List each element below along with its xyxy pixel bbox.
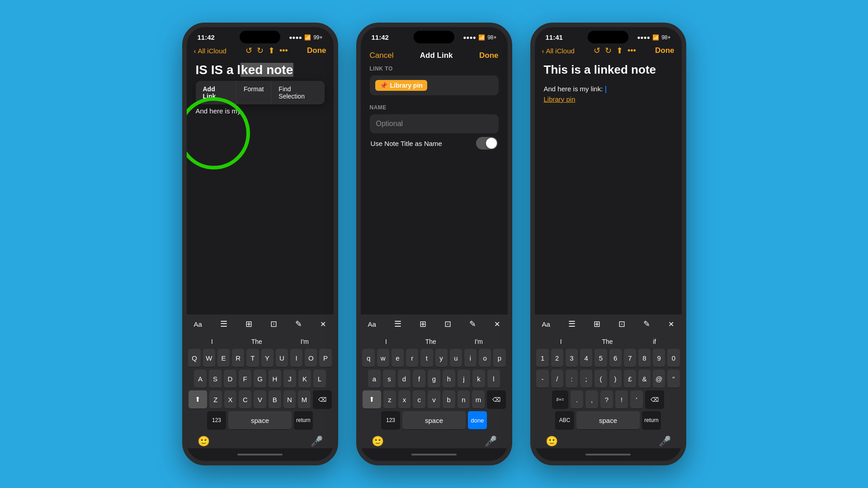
key-u[interactable]: u [450, 349, 462, 367]
key-g[interactable]: g [428, 370, 440, 388]
key-C[interactable]: C [239, 390, 251, 408]
nav-back-3[interactable]: ‹ All iCloud [542, 47, 575, 55]
key-slash[interactable]: / [551, 370, 563, 388]
key-return-3[interactable]: return [642, 411, 661, 429]
key-lparen[interactable]: ( [594, 370, 607, 388]
key-m[interactable]: m [472, 390, 485, 408]
key-G[interactable]: G [254, 370, 266, 388]
key-j[interactable]: j [458, 370, 470, 388]
signature-tool-2[interactable]: ✎ [469, 319, 476, 329]
key-9[interactable]: 9 [653, 349, 665, 367]
key-backspace-2[interactable]: ⌫ [487, 390, 506, 408]
find-selection-button[interactable]: Find Selection [271, 81, 324, 104]
nav-back-1[interactable]: ‹ All iCloud [194, 47, 226, 55]
library-pin-tag[interactable]: 📌 Library pin [375, 80, 427, 91]
key-colon[interactable]: : [566, 370, 578, 388]
emoji-icon-1[interactable]: 🙂 [198, 436, 210, 447]
key-v[interactable]: v [428, 390, 440, 408]
key-at[interactable]: @ [653, 370, 665, 388]
key-Y[interactable]: Y [261, 349, 274, 367]
key-a[interactable]: a [368, 370, 381, 388]
key-K[interactable]: K [298, 370, 311, 388]
cancel-button[interactable]: Cancel [370, 51, 394, 60]
note-link-3[interactable]: Library pin [544, 95, 576, 103]
emoji-icon-3[interactable]: 🙂 [546, 436, 558, 447]
key-r[interactable]: r [406, 349, 418, 367]
suggestion-i-1[interactable]: I [211, 338, 213, 345]
undo-icon-3[interactable]: ↺ [594, 46, 600, 56]
key-l[interactable]: l [487, 370, 500, 388]
redo-icon-1[interactable]: ↻ [257, 46, 264, 56]
key-backspace-3[interactable]: ⌫ [645, 390, 664, 408]
key-p[interactable]: p [493, 349, 505, 367]
key-3[interactable]: 3 [566, 349, 578, 367]
key-7[interactable]: 7 [624, 349, 636, 367]
link-to-field[interactable]: 📌 Library pin [370, 75, 499, 95]
key-quote[interactable]: " [667, 370, 679, 388]
key-P[interactable]: P [319, 349, 331, 367]
key-J[interactable]: J [283, 370, 296, 388]
list-tool[interactable]: ☰ [220, 319, 227, 329]
key-123-2[interactable]: 123 [381, 411, 400, 429]
key-b[interactable]: b [443, 390, 455, 408]
key-shift-1[interactable]: ⬆ [189, 390, 208, 408]
key-return-1[interactable]: return [294, 411, 313, 429]
key-s[interactable]: s [383, 370, 396, 388]
key-2[interactable]: 2 [551, 349, 563, 367]
mic-icon-1[interactable]: 🎤 [311, 436, 323, 447]
key-c[interactable]: c [413, 390, 425, 408]
nav-done-1[interactable]: Done [307, 46, 326, 55]
signature-tool-3[interactable]: ✎ [643, 319, 650, 329]
undo-icon-1[interactable]: ↺ [245, 46, 252, 56]
suggestion-im-2[interactable]: I'm [475, 338, 483, 345]
emoji-icon-2[interactable]: 🙂 [372, 436, 384, 447]
font-size-tool-3[interactable]: Aa [542, 320, 550, 328]
key-Z[interactable]: Z [209, 390, 222, 408]
key-M[interactable]: M [298, 390, 311, 408]
key-8[interactable]: 8 [638, 349, 651, 367]
key-d[interactable]: d [398, 370, 410, 388]
share-icon-1[interactable]: ⬆ [268, 46, 275, 56]
nav-done-3[interactable]: Done [655, 46, 675, 55]
list-tool-3[interactable]: ☰ [568, 319, 576, 329]
key-f[interactable]: f [413, 370, 425, 388]
list-tool-2[interactable]: ☰ [394, 319, 401, 329]
key-question[interactable]: ? [600, 390, 613, 408]
key-q[interactable]: q [362, 349, 374, 367]
key-abc-3[interactable]: ABC [555, 411, 574, 429]
key-hashtag-plus[interactable]: #+= [552, 390, 568, 408]
key-I[interactable]: I [290, 349, 302, 367]
key-k[interactable]: k [472, 370, 485, 388]
table-tool-2[interactable]: ⊞ [420, 319, 426, 329]
key-Q[interactable]: Q [188, 349, 200, 367]
suggestion-if-3[interactable]: if [653, 338, 656, 345]
key-space-3[interactable]: space [576, 411, 640, 429]
more-icon-3[interactable]: ••• [627, 46, 636, 56]
key-A[interactable]: A [194, 370, 207, 388]
key-5[interactable]: 5 [594, 349, 607, 367]
key-done-2[interactable]: done [468, 411, 487, 429]
key-S[interactable]: S [209, 370, 222, 388]
key-N[interactable]: N [283, 390, 296, 408]
key-L[interactable]: L [313, 370, 326, 388]
kb-close-2[interactable]: ✕ [494, 320, 500, 328]
use-note-title-toggle[interactable] [476, 137, 498, 150]
key-W[interactable]: W [203, 349, 215, 367]
font-size-tool[interactable]: Aa [194, 320, 202, 328]
key-shift-2[interactable]: ⬆ [363, 390, 382, 408]
key-period[interactable]: . [571, 390, 583, 408]
done-button[interactable]: Done [479, 51, 499, 60]
key-amp[interactable]: & [638, 370, 651, 388]
key-pound[interactable]: £ [624, 370, 636, 388]
mic-icon-2[interactable]: 🎤 [485, 436, 497, 447]
key-6[interactable]: 6 [609, 349, 622, 367]
camera-tool-3[interactable]: ⊡ [618, 319, 625, 329]
redo-icon-3[interactable]: ↻ [605, 46, 612, 56]
key-4[interactable]: 4 [580, 349, 592, 367]
key-exclaim[interactable]: ! [615, 390, 628, 408]
key-F[interactable]: F [239, 370, 251, 388]
key-t[interactable]: t [420, 349, 433, 367]
suggestion-the-3[interactable]: The [602, 338, 613, 345]
key-backspace-1[interactable]: ⌫ [313, 390, 332, 408]
key-123-1[interactable]: 123 [207, 411, 226, 429]
